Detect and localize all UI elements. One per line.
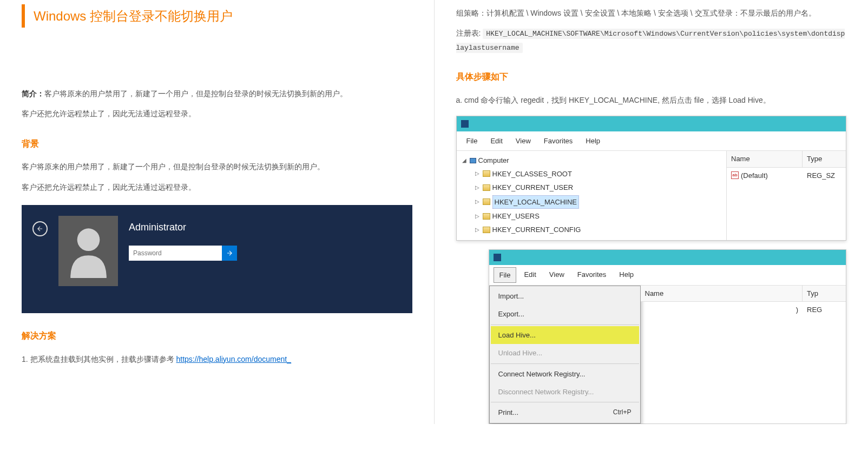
- folder-icon: [483, 184, 490, 191]
- solution-text: 把系统盘挂载到其他实例，挂载步骤请参考: [30, 355, 176, 363]
- value-default-type: REG_SZ: [803, 169, 846, 182]
- file-dropdown-menu: Import... Export... Load Hive... Unload …: [489, 286, 641, 423]
- menu-edit[interactable]: Edit: [485, 134, 508, 148]
- menu-unload-hive: Unload Hive...: [491, 344, 639, 362]
- registry-path: HKEY_LOCAL_MACHINE\SOFTWARE\Microsoft\Wi…: [456, 29, 845, 52]
- window-titlebar: [457, 116, 846, 131]
- computer-icon: [470, 158, 476, 163]
- solution-list: 把系统盘挂载到其他实例，挂载步骤请参考 https://help.aliyun.…: [22, 353, 412, 366]
- tree-root-label[interactable]: Computer: [478, 154, 509, 167]
- tree-hkcc[interactable]: HKEY_CURRENT_CONFIG: [492, 223, 581, 236]
- solution-item-1: 把系统盘挂载到其他实例，挂载步骤请参考 https://help.aliyun.…: [22, 353, 412, 366]
- shortcut-label: Ctrl+P: [613, 407, 632, 419]
- string-value-icon: ab: [731, 171, 739, 179]
- intro-text: 客户将原来的用户禁用了，新建了一个用户，但是控制台登录的时候无法切换到新的用户。: [44, 89, 347, 98]
- intro-label: 简介：: [22, 89, 44, 98]
- expand-icon[interactable]: ▷: [475, 183, 481, 193]
- menu-connect-registry[interactable]: Connect Network Registry...: [491, 365, 639, 383]
- menu-export[interactable]: Export...: [491, 305, 639, 323]
- regedit-icon: [461, 120, 469, 128]
- registry-values: Name Typ ) REG: [641, 286, 846, 423]
- menu-separator: [491, 325, 639, 325]
- col-type: Type: [803, 151, 846, 167]
- menu-help[interactable]: Help: [580, 134, 606, 148]
- tree-hkcu[interactable]: HKEY_CURRENT_USER: [492, 181, 574, 194]
- folder-icon: [483, 198, 490, 205]
- user-avatar: [58, 216, 118, 286]
- login-username: Administrator: [129, 219, 402, 236]
- col-name: Name: [727, 151, 803, 167]
- menubar: File Edit View Favorites Help: [489, 265, 846, 286]
- step-list: cmd 命令行输入 regedit，找到 HKEY_LOCAL_MACHINE,…: [456, 94, 847, 107]
- menu-import[interactable]: Import...: [491, 287, 639, 305]
- section-solution: 解决方案: [22, 328, 412, 344]
- registry-label: 注册表:: [456, 29, 483, 37]
- menu-file-active[interactable]: File: [494, 267, 517, 283]
- menu-view[interactable]: View: [510, 134, 536, 148]
- solution-link[interactable]: https://help.aliyun.com/document_: [176, 355, 291, 363]
- menu-view[interactable]: View: [544, 267, 570, 283]
- menu-help[interactable]: Help: [614, 267, 639, 283]
- registry-tree: ◢ Computer ▷HKEY_CLASSES_ROOT ▷HKEY_CURR…: [457, 151, 727, 240]
- expand-icon[interactable]: ▷: [475, 197, 481, 207]
- expand-icon[interactable]: ◢: [462, 156, 468, 166]
- svg-point-0: [77, 228, 100, 251]
- menu-print[interactable]: Print...Ctrl+P: [491, 403, 639, 421]
- step-a: cmd 命令行输入 regedit，找到 HKEY_LOCAL_MACHINE,…: [467, 94, 847, 107]
- menu-separator: [491, 363, 639, 364]
- menu-disconnect-registry: Disconnect Network Registry...: [491, 383, 639, 401]
- bg-paragraph-1: 客户将原来的用户禁用了，新建了一个用户，但是控制台登录的时候无法切换到新的用户。: [22, 160, 412, 174]
- group-policy-text: 组策略：计算机配置 \ Windows 设置 \ 安全设置 \ 本地策略 \ 安…: [456, 6, 847, 20]
- regedit-icon: [494, 254, 501, 261]
- folder-icon: [483, 170, 490, 177]
- login-screenshot: Administrator: [22, 205, 412, 313]
- menu-separator: [491, 402, 639, 402]
- expand-icon[interactable]: ▷: [475, 211, 481, 221]
- col-type: Typ: [803, 286, 846, 301]
- expand-icon[interactable]: ▷: [475, 169, 481, 178]
- submit-button[interactable]: [222, 246, 237, 261]
- bg-paragraph-2: 客户还把允许远程禁止了，因此无法通过远程登录。: [22, 181, 412, 194]
- menu-file[interactable]: File: [461, 134, 483, 148]
- tree-hku[interactable]: HKEY_USERS: [492, 210, 540, 222]
- regedit-screenshot-1: File Edit View Favorites Help ◢ Computer…: [456, 116, 847, 241]
- menu-load-hive[interactable]: Load Hive...: [491, 326, 639, 344]
- registry-values: Name Type ab(Default) REG_SZ: [727, 151, 846, 240]
- password-input[interactable]: [129, 246, 222, 261]
- menubar: File Edit View Favorites Help: [457, 131, 846, 151]
- registry-paragraph: 注册表: HKEY_LOCAL_MACHINE\SOFTWARE\Microso…: [456, 27, 847, 54]
- value-default-name[interactable]: (Default): [741, 169, 768, 182]
- tree-hkcr[interactable]: HKEY_CLASSES_ROOT: [492, 168, 572, 180]
- expand-icon[interactable]: ▷: [475, 225, 481, 235]
- value-type-partial: REG: [803, 303, 846, 316]
- tree-hklm-selected[interactable]: HKEY_LOCAL_MACHINE: [492, 195, 579, 209]
- window-titlebar: [489, 250, 846, 265]
- folder-icon: [483, 227, 490, 233]
- section-steps: 具体步骤如下: [456, 69, 847, 85]
- intro-paragraph: 简介：客户将原来的用户禁用了，新建了一个用户，但是控制台登录的时候无法切换到新的…: [22, 87, 412, 101]
- back-icon: [32, 221, 48, 236]
- section-background: 背景: [22, 136, 412, 152]
- col-name: Name: [641, 286, 803, 301]
- folder-icon: [483, 213, 490, 220]
- menu-edit[interactable]: Edit: [518, 267, 541, 283]
- regedit-screenshot-2: File Edit View Favorites Help Import... …: [489, 249, 847, 424]
- intro-paragraph-2: 客户还把允许远程禁止了，因此无法通过远程登录。: [22, 107, 412, 121]
- menu-favorites[interactable]: Favorites: [538, 134, 578, 148]
- page-title: Windows 控制台登录不能切换用户: [22, 4, 412, 28]
- menu-favorites[interactable]: Favorites: [572, 267, 611, 283]
